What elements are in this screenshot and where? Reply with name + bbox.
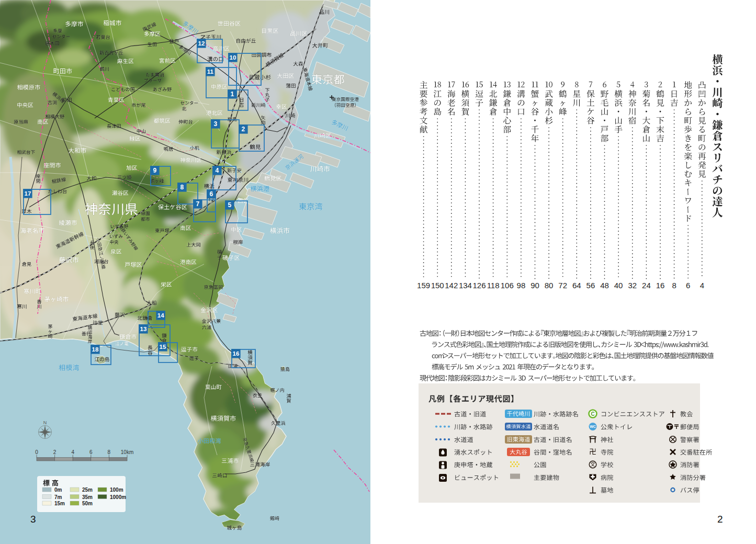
svg-text:2: 2 <box>53 449 57 455</box>
svg-text:6: 6 <box>686 281 690 290</box>
svg-text:3: 3 <box>214 120 218 128</box>
svg-text:48: 48 <box>600 281 609 290</box>
svg-text:134: 134 <box>459 281 472 290</box>
svg-text:25m: 25m <box>82 487 93 493</box>
svg-text:WC: WC <box>590 425 596 428</box>
svg-text:8: 8 <box>108 449 111 455</box>
svg-text:11: 11 <box>207 69 214 75</box>
svg-text:106: 106 <box>501 281 514 290</box>
svg-text:18: 18 <box>92 346 99 353</box>
svg-text:1: 1 <box>231 90 234 98</box>
svg-text:4: 4 <box>71 449 74 455</box>
svg-text:5: 5 <box>228 201 232 209</box>
svg-text:0: 0 <box>35 449 38 455</box>
svg-text:142: 142 <box>445 281 458 290</box>
svg-text:4: 4 <box>700 281 704 290</box>
svg-text:159: 159 <box>417 281 430 290</box>
svg-text:16: 16 <box>656 281 665 290</box>
svg-text:64: 64 <box>572 281 581 290</box>
svg-text:C: C <box>591 411 594 417</box>
svg-text:9: 9 <box>153 167 157 174</box>
svg-text:0m: 0m <box>54 487 62 493</box>
svg-text:35m: 35m <box>82 494 93 500</box>
svg-text:14: 14 <box>157 312 164 319</box>
svg-text:10: 10 <box>230 54 236 61</box>
svg-text:4: 4 <box>216 167 219 174</box>
svg-text:8: 8 <box>180 184 184 191</box>
svg-text:7m: 7m <box>54 494 62 500</box>
svg-text:N: N <box>43 420 47 425</box>
svg-text:80: 80 <box>545 281 554 290</box>
svg-text:72: 72 <box>558 281 567 290</box>
svg-text:8: 8 <box>672 281 676 290</box>
svg-text:12: 12 <box>198 40 205 47</box>
svg-text:90: 90 <box>531 281 539 290</box>
svg-text:32: 32 <box>628 281 637 290</box>
svg-text:24: 24 <box>642 281 651 290</box>
svg-text:1000m: 1000m <box>110 494 126 500</box>
svg-text:15: 15 <box>160 344 166 350</box>
svg-text:100m: 100m <box>110 487 123 493</box>
svg-text:98: 98 <box>517 281 526 290</box>
svg-text:150: 150 <box>431 281 444 290</box>
svg-text:50m: 50m <box>82 501 93 506</box>
svg-text:2: 2 <box>717 514 723 525</box>
svg-text:15m: 15m <box>54 501 65 506</box>
svg-text:13: 13 <box>140 326 147 332</box>
svg-text:126: 126 <box>472 281 486 290</box>
svg-text:17: 17 <box>25 190 31 197</box>
svg-text:10km: 10km <box>121 449 133 455</box>
svg-text:3: 3 <box>30 514 36 525</box>
svg-text:56: 56 <box>586 281 595 290</box>
svg-text:118: 118 <box>487 281 500 290</box>
svg-text:2: 2 <box>242 126 245 133</box>
svg-text:7: 7 <box>196 200 200 208</box>
svg-text:6: 6 <box>89 449 93 455</box>
svg-text:16: 16 <box>233 350 240 357</box>
svg-text:6: 6 <box>210 190 213 198</box>
svg-text:40: 40 <box>614 281 623 290</box>
